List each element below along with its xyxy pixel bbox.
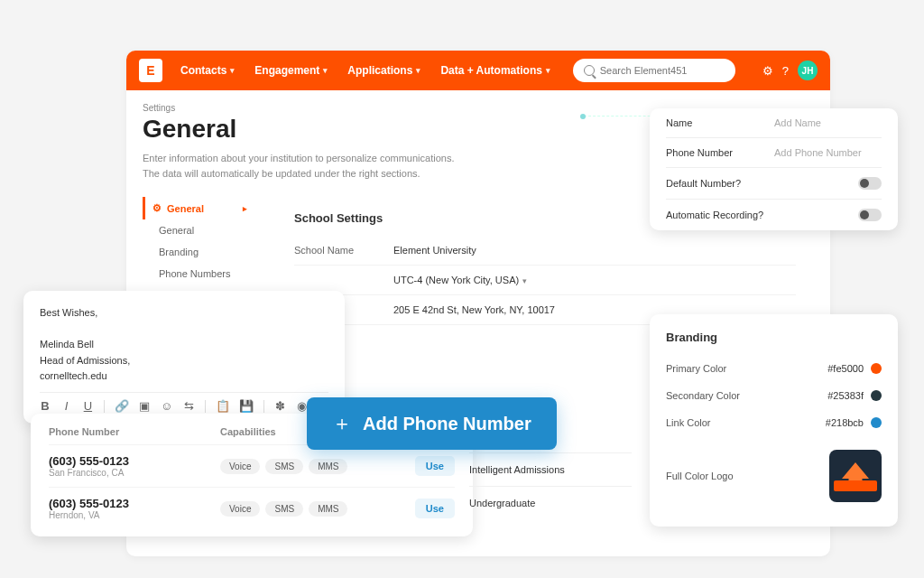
chevron-right-icon: ▸ <box>243 204 247 213</box>
app-logo[interactable]: E <box>139 59 162 82</box>
row-school-name: School Name Element University <box>294 236 796 266</box>
auto-recording-toggle[interactable] <box>858 209 882 221</box>
avatar[interactable]: JH <box>798 61 818 80</box>
row-default-number: Default Number? <box>666 168 882 200</box>
row-auto-recording: Automatic Recording? <box>666 200 882 230</box>
secondary-color-swatch <box>871 390 882 401</box>
row-name[interactable]: Name Add Name <box>666 108 882 138</box>
use-button[interactable]: Use <box>415 456 455 476</box>
paste-icon[interactable]: 📋 <box>217 400 229 413</box>
gear-icon[interactable]: ⚙ <box>762 64 773 78</box>
col-phone-number: Phone Number <box>49 426 220 437</box>
row-timezone[interactable]: UTC-4 (New York City, USA)▾ <box>294 266 796 295</box>
cap-tag: Voice <box>220 501 260 517</box>
sidebar-item-general[interactable]: General <box>143 219 260 241</box>
phone-row: (603) 555-0123 Herndon, VA Voice SMS MMS… <box>49 487 455 529</box>
signature-editor-card: Best Wishes, Melinda Bell Head of Admiss… <box>23 291 345 424</box>
cap-tag: Voice <box>220 459 260 474</box>
save-icon[interactable]: 💾 <box>240 400 253 413</box>
sidebar-item-branding[interactable]: Branding <box>143 241 260 263</box>
help-icon[interactable]: ? <box>782 64 789 78</box>
sidebar-item-phone-numbers[interactable]: Phone Numbers <box>143 263 260 284</box>
row-logo[interactable]: Full Color Logo <box>666 442 882 510</box>
nav-data-automations[interactable]: Data + Automations <box>440 64 550 77</box>
search-icon <box>584 65 595 76</box>
branding-heading: Branding <box>666 331 882 344</box>
link-icon[interactable]: 🔗 <box>116 400 128 413</box>
underline-icon[interactable]: U <box>83 400 94 413</box>
logo-preview <box>829 450 882 502</box>
cap-tag: MMS <box>309 459 347 474</box>
bold-icon[interactable]: B <box>40 400 51 413</box>
add-phone-number-button[interactable]: ＋ Add Phone Number <box>307 397 557 450</box>
use-button[interactable]: Use <box>415 499 455 518</box>
row-phone-number[interactable]: Phone Number Add Phone Number <box>666 138 882 168</box>
top-nav: Contacts Engagement Applications Data + … <box>180 64 550 77</box>
branding-card: Branding Primary Color #fe5000 Secondary… <box>650 314 898 527</box>
merge-icon[interactable]: ⇆ <box>183 400 194 413</box>
search-pill[interactable] <box>573 59 735 82</box>
cap-tag: MMS <box>309 501 347 517</box>
phone-number-value: (603) 555-0123 <box>49 454 220 468</box>
value-cell: Undergraduate <box>469 486 632 519</box>
default-number-toggle[interactable] <box>858 177 882 190</box>
cap-tag: SMS <box>265 459 303 474</box>
editor-toolbar: B I U 🔗 ▣ ☺ ⇆ 📋 💾 ✽ ◉ ⌕ <box>40 392 328 416</box>
gear-icon: ⚙ <box>152 202 162 214</box>
topbar: E Contacts Engagement Applications Data … <box>126 51 830 90</box>
signature-body[interactable]: Best Wishes, Melinda Bell Head of Admiss… <box>40 305 328 385</box>
refresh-icon[interactable]: ◉ <box>297 400 308 413</box>
chevron-down-icon: ▾ <box>522 276 527 285</box>
phone-number-value: (603) 555-0123 <box>49 497 220 510</box>
nav-contacts[interactable]: Contacts <box>180 64 235 77</box>
row-primary-color[interactable]: Primary Color #fe5000 <box>666 355 882 382</box>
school-name-value: Element University <box>393 245 476 256</box>
link-color-swatch <box>871 417 882 428</box>
nav-applications[interactable]: Applications <box>347 64 420 77</box>
cap-tag: SMS <box>265 501 303 517</box>
row-link-color[interactable]: Link Color #218bcb <box>666 409 882 436</box>
nav-engagement[interactable]: Engagement <box>254 64 328 77</box>
plus-icon: ＋ <box>332 410 352 437</box>
image-icon[interactable]: ▣ <box>139 400 150 413</box>
phone-config-card: Name Add Name Phone Number Add Phone Num… <box>650 108 898 230</box>
search-input[interactable] <box>600 65 725 76</box>
primary-color-swatch <box>871 363 882 374</box>
sparkle-icon[interactable]: ✽ <box>275 400 286 413</box>
value-column: Value Intelligent Admissions Undergradua… <box>469 439 632 519</box>
sidebar-head-general[interactable]: ⚙ General ▸ <box>143 197 260 219</box>
emoji-icon[interactable]: ☺ <box>161 400 172 413</box>
value-cell: Intelligent Admissions <box>469 452 632 486</box>
row-secondary-color[interactable]: Secondary Color #25383f <box>666 382 882 409</box>
italic-icon[interactable]: I <box>61 400 72 413</box>
phone-city-value: Herndon, VA <box>49 510 220 520</box>
phone-row: (603) 555-0123 San Francisco, CA Voice S… <box>49 444 455 487</box>
phone-city-value: San Francisco, CA <box>49 468 220 478</box>
